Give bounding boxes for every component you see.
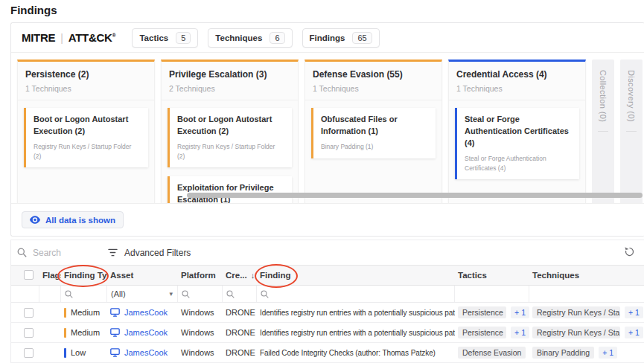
tactic-card-credential-access[interactable]: Credential Access (4) 1 Techniques Steal… [448, 60, 586, 204]
page-title: Findings [10, 4, 57, 16]
table-row[interactable]: Medium JamesCook Windows DRONE Identifie… [11, 303, 644, 323]
table-filter-row: (All) ▾ [11, 286, 644, 303]
col-header-flags[interactable]: Flags [39, 271, 61, 280]
tactic-techniques-count: 1 Techniques [313, 84, 434, 93]
logo-attack-text: ATT&CK® [68, 31, 116, 44]
creator-cell: DRONE [226, 348, 255, 357]
col-header-platform[interactable]: Platform [178, 271, 223, 280]
filter-cell-flags [39, 286, 61, 302]
col-header-creator[interactable]: Cre...↓ [223, 271, 257, 280]
table-header-row: Flags Finding Type Asset Platform Cre...… [11, 265, 644, 286]
stat-label: Tactics [139, 33, 168, 42]
technique-subtechnique: Registry Run Keys / Startup Folder (2) [177, 142, 284, 161]
advanced-filters-label: Advanced Filters [124, 248, 191, 258]
technique-badge: Binary Padding [532, 347, 594, 359]
row-checkbox[interactable] [24, 328, 34, 338]
stat-chip-findings[interactable]: Findings 65 [302, 28, 380, 48]
filter-asset-dropdown[interactable]: (All) ▾ [107, 286, 178, 302]
filter-finding[interactable] [257, 286, 455, 302]
stat-count: 5 [176, 32, 191, 44]
tactic-card-privilege-escalation[interactable]: Privilege Escalation (3) 2 Techniques Bo… [161, 60, 299, 204]
technique-badge: Registry Run Keys / Sta... [532, 306, 620, 318]
tactic-card-header: Credential Access (4) 1 Techniques [449, 62, 585, 100]
all-data-shown-button[interactable]: All data is shown [22, 211, 124, 228]
stat-chips: Tactics 5 Techniques 6 Findings 65 [132, 28, 379, 48]
findings-grid-section: Advanced Filters Flags Finding Type Asse… [10, 240, 644, 363]
asset-link[interactable]: JamesCook [110, 348, 168, 357]
tactic-name: Privilege Escalation (3) [169, 69, 290, 80]
creator-cell: DRONE [226, 308, 255, 317]
divider [598, 131, 608, 132]
technique-card[interactable]: Steal or Forge Authentication Certificat… [455, 108, 579, 179]
technique-more-chip[interactable]: + 1 [625, 327, 643, 338]
search-input[interactable] [33, 248, 96, 258]
stat-chip-techniques[interactable]: Techniques 6 [208, 28, 292, 48]
row-checkbox[interactable] [24, 348, 34, 358]
filter-platform[interactable] [178, 286, 223, 302]
advanced-filters-button[interactable]: Advanced Filters [108, 248, 191, 258]
findings-table: Flags Finding Type Asset Platform Cre...… [11, 265, 644, 363]
table-row[interactable]: Low JamesCook Windows DRONE Failed Code … [11, 343, 644, 363]
tactic-card-body: Boot or Logon Autostart Execution (2) Re… [18, 100, 154, 184]
technique-title: Boot or Logon Autostart Execution (2) [34, 114, 141, 138]
technique-card[interactable]: Obfuscated Files or Information (1) Bina… [311, 108, 436, 158]
divider [626, 131, 637, 132]
filter-icon [108, 248, 118, 257]
tactic-name: Persistence (2) [25, 69, 147, 80]
severity-bar [64, 308, 66, 318]
technique-card[interactable]: Boot or Logon Autostart Execution (2) Re… [168, 108, 292, 167]
tactic-card-persistence[interactable]: Persistence (2) 1 Techniques Boot or Log… [17, 60, 155, 204]
finding-text: Identifies registry run entries with a p… [260, 309, 455, 317]
technique-more-chip[interactable]: + 1 [625, 306, 643, 318]
table-row[interactable]: Medium JamesCook Windows DRONE Identifie… [11, 323, 644, 343]
row-checkbox[interactable] [24, 308, 34, 318]
divider [11, 203, 644, 204]
select-all-checkbox[interactable] [24, 270, 34, 280]
tactic-more-chip[interactable]: + 1 [511, 327, 529, 338]
tactic-badge: Defense Evasion [458, 347, 526, 359]
asset-link[interactable]: JamesCook [110, 308, 168, 317]
technique-card[interactable]: Boot or Logon Autostart Execution (2) Re… [24, 108, 148, 167]
tactic-card-body: Boot or Logon Autostart Execution (2) Re… [162, 100, 298, 204]
tactic-name: Defense Evasion (55) [313, 69, 434, 80]
asset-filter-value: (All) [111, 289, 126, 298]
severity-badge: Medium [64, 328, 100, 338]
tactic-badge: Persistence [458, 306, 506, 318]
stat-label: Techniques [215, 33, 262, 42]
technique-subtechnique: Binary Padding (1) [321, 142, 428, 152]
attack-panel-header: MITRE | ATT&CK® Tactics 5 Techniques 6 F… [11, 23, 644, 53]
asset-link[interactable]: JamesCook [110, 328, 168, 337]
sort-descending-icon[interactable]: ↓ [251, 271, 255, 280]
tactic-more-chip[interactable]: + 1 [511, 306, 529, 318]
stat-count: 6 [270, 32, 284, 44]
attack-matrix-panel: MITRE | ATT&CK® Tactics 5 Techniques 6 F… [10, 22, 644, 237]
search-box[interactable] [17, 248, 96, 258]
col-header-tactics[interactable]: Tactics [455, 271, 529, 280]
technique-title: Boot or Logon Autostart Execution (2) [177, 114, 284, 138]
filter-creator[interactable] [223, 286, 257, 302]
col-header-finding-type[interactable]: Finding Type [61, 271, 107, 280]
stat-chip-tactics[interactable]: Tactics 5 [132, 28, 198, 48]
col-header-finding[interactable]: Finding [257, 271, 455, 280]
technique-more-chip[interactable]: + 1 [599, 347, 617, 359]
technique-title: Obfuscated Files or Information (1) [321, 114, 428, 138]
col-header-asset[interactable]: Asset [107, 271, 178, 280]
tactic-collapsed-discovery[interactable]: Discovery (0) [620, 60, 643, 204]
col-header-techniques[interactable]: Techniques [529, 271, 644, 280]
tactic-card-defense-evasion[interactable]: Defense Evasion (55) 1 Techniques Obfusc… [305, 60, 442, 204]
technique-card[interactable]: Exploitation for Privilege Escalation (1… [168, 176, 292, 204]
mitre-attack-logo: MITRE | ATT&CK® [22, 31, 115, 44]
eye-icon [30, 216, 40, 224]
tactic-card-body: Steal or Forge Authentication Certificat… [449, 100, 585, 196]
tactic-collapsed-collection[interactable]: Collection (0) [592, 60, 614, 204]
filter-cell-tactics [455, 286, 529, 302]
filter-finding-type[interactable] [61, 286, 107, 302]
reset-grid-icon[interactable] [624, 246, 635, 257]
logo-mitre-text: MITRE [22, 31, 55, 44]
platform-cell: Windows [181, 328, 214, 337]
horizontal-scrollbar-thumb[interactable] [187, 193, 643, 198]
finding-text: Failed Code Integrity Checks (author: Th… [260, 349, 436, 357]
chevron-down-icon: ▾ [169, 290, 173, 298]
tactics-scroll-viewport[interactable]: Persistence (2) 1 Techniques Boot or Log… [11, 54, 644, 204]
finding-text: Identifies registry run entries with a p… [260, 329, 455, 337]
